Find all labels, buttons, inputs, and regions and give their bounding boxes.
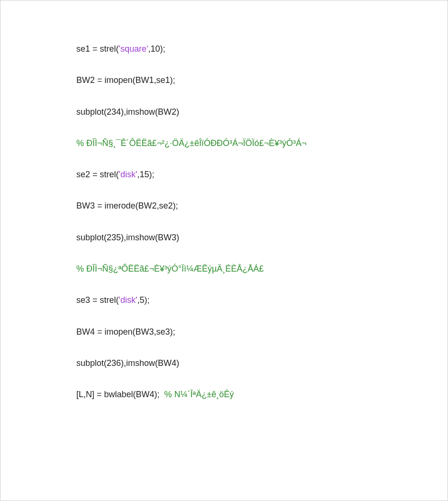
code-text: [L,N] = bwlabel(BW4);: [76, 390, 165, 399]
string-literal: 'disk': [119, 295, 137, 305]
code-text: se3 = strel(: [76, 295, 119, 305]
code-text: BW4 = imopen(BW3,se3);: [76, 327, 175, 337]
code-line: se2 = strel('disk',15);: [76, 169, 372, 180]
code-line: BW3 = imerode(BW2,se2);: [76, 200, 372, 211]
code-text: ,10);: [148, 44, 165, 54]
code-line: subplot(234),imshow(BW2): [76, 106, 372, 118]
code-text: ,15);: [137, 170, 154, 179]
code-text: BW2 = imopen(BW1,se1);: [76, 75, 175, 85]
comment-text: % ÐÎÌ¬Ñ§¸¯Ê´ÔËËã£¬²¿·ÖÄ¿±êÎïÓÐÐÓ³Á¬ÏÖÏó£…: [76, 138, 306, 148]
comment-text: % N¼´ÎªÄ¿±ê¸öÊý: [165, 390, 234, 399]
comment-line: % ÐÎÌ¬Ñ§¸¯Ê´ÔËËã£¬²¿·ÖÄ¿±êÎïÓÐÐÓ³Á¬ÏÖÏó£…: [76, 137, 372, 149]
document-page: se1 = strel('square',10); BW2 = imopen(B…: [0, 0, 448, 501]
code-text: subplot(236),imshow(BW4): [76, 358, 179, 368]
code-line: BW4 = imopen(BW3,se3);: [76, 326, 372, 337]
code-line: BW2 = imopen(BW1,se1);: [76, 74, 372, 86]
code-text: subplot(235),imshow(BW3): [76, 233, 179, 242]
code-text: BW3 = imerode(BW2,se2);: [76, 201, 178, 210]
code-line: se3 = strel('disk',5);: [76, 294, 372, 306]
string-literal: 'disk': [119, 170, 137, 179]
code-text: se2 = strel(: [76, 170, 119, 179]
code-text: subplot(234),imshow(BW2): [76, 107, 179, 117]
comment-line: % ÐÎÌ¬Ñ§¿ªÔËËã£¬È¥³ýÓ°Ïì¼ÆÊýµÄ¸ÉÈÅ¿ÅÁ£: [76, 263, 372, 274]
code-line: subplot(236),imshow(BW4): [76, 357, 372, 369]
code-text: ,5);: [137, 295, 149, 305]
string-literal: 'square': [119, 44, 148, 54]
code-line: subplot(235),imshow(BW3): [76, 232, 372, 243]
code-line: se1 = strel('square',10);: [76, 43, 372, 55]
comment-text: % ÐÎÌ¬Ñ§¿ªÔËËã£¬È¥³ýÓ°Ïì¼ÆÊýµÄ¸ÉÈÅ¿ÅÁ£: [76, 264, 264, 273]
code-line: [L,N] = bwlabel(BW4); % N¼´ÎªÄ¿±ê¸öÊý: [76, 389, 372, 400]
code-text: se1 = strel(: [76, 44, 119, 54]
